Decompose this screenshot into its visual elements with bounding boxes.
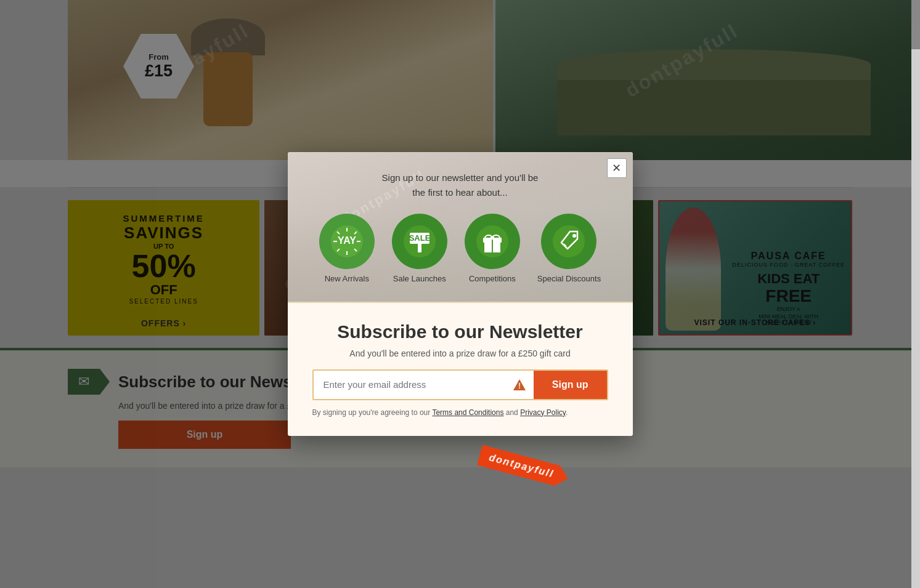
signup-button[interactable]: Sign up	[534, 371, 607, 399]
terms-link1[interactable]: Terms and Conditions	[432, 408, 503, 417]
special-discounts-circle	[541, 214, 596, 269]
popup-header-content: Sign up to our newsletter and you'll be …	[312, 171, 608, 283]
svg-text:YAY: YAY	[338, 235, 356, 246]
svg-rect-11	[418, 243, 421, 252]
email-input-row: ! Sign up	[312, 369, 608, 400]
terms-text: By signing up you're agreeing to our Ter…	[312, 408, 608, 418]
svg-point-21	[553, 225, 585, 257]
terms-suffix: .	[566, 408, 568, 417]
icon-new-arrivals: YAY New Arrivals	[319, 214, 375, 283]
popup-header-line2: the first to hear about...	[412, 187, 507, 198]
popup-icons-row: YAY New Arrivals	[312, 214, 608, 283]
special-discounts-label: Special Discounts	[537, 274, 601, 283]
email-input[interactable]	[314, 371, 505, 399]
svg-text:!: !	[518, 382, 521, 390]
popup-bottom-section: Subscribe to our Newsletter And you'll b…	[288, 302, 633, 437]
terms-link2[interactable]: Privacy Policy	[520, 408, 566, 417]
icon-special-discounts: Special Discounts	[537, 214, 601, 283]
terms-prefix: By signing up you're agreeing to our	[312, 408, 433, 417]
competitions-circle	[465, 214, 520, 269]
warning-icon: !	[505, 371, 534, 399]
popup-close-button[interactable]: ✕	[607, 158, 627, 178]
popup-header-line1: Sign up to our newsletter and you'll be	[382, 172, 539, 183]
new-arrivals-circle: YAY	[319, 214, 375, 269]
svg-point-20	[491, 236, 494, 240]
scrollbar-track[interactable]	[911, 0, 920, 588]
sale-launches-circle: SALE	[392, 214, 447, 269]
terms-and: and	[503, 408, 520, 417]
icon-competitions: Competitions	[465, 214, 520, 283]
competitions-label: Competitions	[469, 274, 516, 283]
icon-sale-launches: SALE Sale Launches	[392, 214, 447, 283]
popup-header-text: Sign up to our newsletter and you'll be …	[312, 171, 608, 200]
popup-top-section: dontpayfull Sign up to our newsletter an…	[288, 152, 633, 302]
scrollbar-thumb[interactable]	[911, 0, 920, 49]
popup-subtitle: And you'll be entered into a prize draw …	[312, 348, 608, 358]
new-arrivals-label: New Arrivals	[325, 274, 369, 283]
svg-text:SALE: SALE	[409, 233, 430, 243]
newsletter-popup: ✕ dontpayfull Sign up to our newsletter …	[288, 152, 633, 437]
popup-title: Subscribe to our Newsletter	[312, 321, 608, 342]
sale-launches-label: Sale Launches	[393, 274, 446, 283]
svg-point-22	[572, 234, 576, 238]
